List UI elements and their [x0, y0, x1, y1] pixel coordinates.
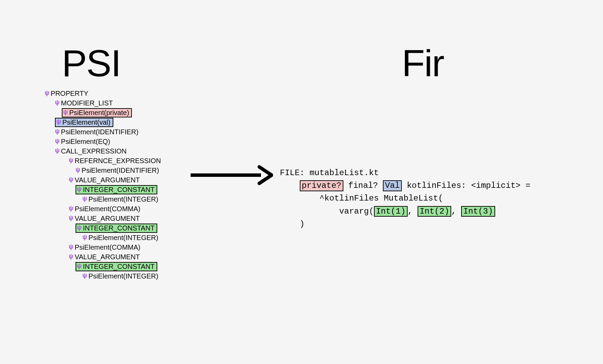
- node-label: PsiElement(IDENTIFIER): [82, 166, 159, 175]
- pad: [280, 219, 300, 229]
- node-label: PsiElement(COMMA): [75, 242, 140, 252]
- fir-line-close: ): [280, 218, 531, 230]
- fir-line-caret: ^kotlinFiles MutableList(: [280, 192, 531, 205]
- arrow-icon: [191, 165, 273, 185]
- psi-icon: ψ: [69, 214, 73, 222]
- node-label: PsiElement(INTEGER): [89, 194, 158, 204]
- node-label: PsiElement(EQ): [61, 137, 110, 146]
- tree-row-comma: ψPsiElement(COMMA): [45, 204, 161, 214]
- node-label: VALUE_ARGUMENT: [75, 175, 140, 185]
- node-label: INTEGER_CONSTANT: [83, 185, 155, 194]
- psi-icon: ψ: [82, 271, 87, 280]
- tree-row-modifier-list: ψMODIFIER_LIST: [45, 98, 161, 108]
- node-label: MODIFIER_LIST: [61, 98, 113, 108]
- node-label: PsiElement(IDENTIFIER): [61, 127, 139, 137]
- text-vararg: vararg(: [339, 207, 374, 216]
- psi-icon: ψ: [55, 137, 60, 145]
- psi-icon: ψ: [55, 146, 60, 155]
- pad: [280, 194, 319, 203]
- psi-icon: ψ: [55, 98, 60, 107]
- pad: [280, 181, 300, 190]
- highlight-blue: ψPsiElement(val): [55, 118, 113, 127]
- node-label: PsiElement(val): [62, 117, 111, 127]
- tree-row-value-arg: ψVALUE_ARGUMENT: [45, 214, 161, 223]
- tree-row-identifier: ψPsiElement(IDENTIFIER): [45, 127, 161, 137]
- highlight-green: ψINTEGER_CONSTANT: [76, 262, 157, 271]
- tree-row-int-leaf: ψPsiElement(INTEGER): [45, 233, 161, 242]
- node-label: CALL_EXPRESSION: [61, 146, 127, 156]
- tree-row-int-leaf: ψPsiElement(INTEGER): [45, 194, 161, 204]
- tree-row-comma: ψPsiElement(COMMA): [45, 242, 161, 252]
- psi-icon: ψ: [69, 242, 73, 251]
- fir-line-vararg: vararg(Int(1), Int(2), Int(3): [280, 205, 531, 218]
- tree-row-int-leaf: ψPsiElement(INTEGER): [45, 271, 161, 281]
- text-sep: ,: [451, 207, 461, 216]
- node-label: PsiElement(INTEGER): [89, 271, 158, 281]
- psi-icon: ψ: [69, 156, 73, 164]
- text-caret: ^kotlinFiles MutableList(: [319, 194, 443, 203]
- node-label: PsiElement(private): [69, 108, 129, 117]
- highlight-green: Int(2): [418, 206, 451, 217]
- node-label: PsiElement(COMMA): [75, 204, 140, 214]
- highlight-green: ψINTEGER_CONSTANT: [76, 224, 157, 233]
- tree-row-call-expr: ψCALL_EXPRESSION: [45, 146, 161, 156]
- node-label: REFERNCE_EXPRESSION: [75, 156, 161, 166]
- tree-row-ref-expr: ψREFERNCE_EXPRESSION: [45, 156, 161, 166]
- highlight-pink: ψPsiElement(private): [62, 108, 132, 117]
- text-final: final?: [343, 181, 383, 190]
- fir-line-file: FILE: mutableList.kt: [280, 167, 531, 179]
- psi-icon: ψ: [45, 89, 49, 97]
- text-close: ): [300, 219, 305, 229]
- node-label: PROPERTY: [51, 89, 89, 98]
- highlight-green: Int(3): [461, 206, 495, 217]
- node-label: VALUE_ARGUMENT: [75, 252, 140, 262]
- node-label: INTEGER_CONSTANT: [83, 223, 155, 233]
- psi-icon: ψ: [55, 127, 60, 136]
- psi-icon: ψ: [69, 175, 73, 184]
- highlight-green: ψINTEGER_CONSTANT: [76, 185, 157, 194]
- psi-icon: ψ: [77, 185, 82, 193]
- tree-row-int-const: ψINTEGER_CONSTANT: [45, 223, 161, 233]
- tree-row-eq: ψPsiElement(EQ): [45, 137, 161, 146]
- text-sep: ,: [408, 207, 418, 216]
- psi-icon: ψ: [77, 262, 82, 270]
- tree-row-int-const: ψINTEGER_CONSTANT: [45, 185, 161, 194]
- psi-title: PSI: [62, 41, 121, 85]
- tree-row-val: ψPsiElement(val): [45, 117, 161, 127]
- node-label: PsiElement(INTEGER): [89, 233, 158, 242]
- psi-icon: ψ: [69, 204, 73, 213]
- psi-icon: ψ: [63, 108, 68, 116]
- fir-title: Fir: [402, 41, 444, 85]
- psi-tree: ψPROPERTY ψMODIFIER_LIST ψPsiElement(pri…: [45, 89, 161, 281]
- pad: [280, 207, 339, 216]
- tree-row-private: ψPsiElement(private): [45, 108, 161, 117]
- highlight-blue: Val: [383, 180, 402, 191]
- psi-icon: ψ: [76, 166, 80, 174]
- psi-icon: ψ: [77, 223, 82, 232]
- psi-icon: ψ: [82, 194, 87, 203]
- highlight-green: Int(1): [374, 206, 408, 217]
- psi-icon: ψ: [82, 233, 87, 241]
- fir-line-decl: private? final? Val kotlinFiles: <implic…: [280, 179, 531, 192]
- tree-row-int-const: ψINTEGER_CONSTANT: [45, 262, 161, 271]
- node-label: VALUE_ARGUMENT: [75, 214, 140, 223]
- psi-icon: ψ: [56, 117, 61, 126]
- fir-block: FILE: mutableList.kt private? final? Val…: [280, 167, 531, 230]
- tree-row-property: ψPROPERTY: [45, 89, 161, 98]
- tree-row-value-arg: ψVALUE_ARGUMENT: [45, 175, 161, 185]
- node-label: INTEGER_CONSTANT: [83, 262, 155, 271]
- tree-row-value-arg: ψVALUE_ARGUMENT: [45, 252, 161, 262]
- text-decl-tail: kotlinFiles: <implicit> =: [402, 181, 530, 190]
- tree-row-ref-identifier: ψPsiElement(IDENTIFIER): [45, 166, 161, 175]
- highlight-pink: private?: [300, 180, 343, 191]
- psi-icon: ψ: [69, 252, 73, 261]
